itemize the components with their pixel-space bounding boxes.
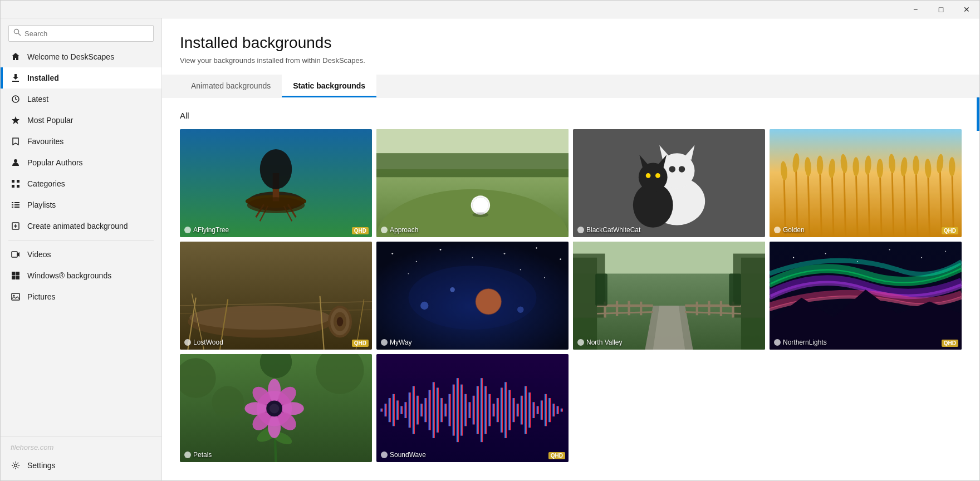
bg-card-approach[interactable]: Approach xyxy=(376,129,569,237)
sidebar-item-windows-bg[interactable]: Windows® backgrounds xyxy=(1,265,161,286)
bg-card-northernlights[interactable]: NorthernLights QHD xyxy=(770,242,962,350)
svg-rect-189 xyxy=(468,402,471,418)
svg-rect-197 xyxy=(501,388,503,433)
svg-rect-209 xyxy=(548,398,551,422)
svg-point-37 xyxy=(247,197,305,213)
title-bar: − □ ✕ xyxy=(1,1,979,18)
svg-rect-178 xyxy=(424,398,427,422)
svg-rect-203 xyxy=(525,386,527,434)
svg-rect-187 xyxy=(460,385,463,436)
svg-point-106 xyxy=(440,249,442,251)
bg-card-golden[interactable]: Golden QHD xyxy=(770,129,962,237)
sidebar-item-latest[interactable]: Latest xyxy=(1,89,161,110)
svg-rect-202 xyxy=(521,396,523,425)
person-icon xyxy=(11,158,21,168)
svg-point-108 xyxy=(504,253,506,254)
svg-rect-211 xyxy=(556,406,558,414)
svg-point-151 xyxy=(212,386,244,419)
bg-card-lostwood[interactable]: LostWood QHD xyxy=(180,242,372,350)
bg-label-icon xyxy=(184,227,191,233)
svg-rect-12 xyxy=(12,204,13,205)
star-icon xyxy=(11,115,21,125)
svg-rect-196 xyxy=(497,398,499,422)
svg-point-141 xyxy=(793,257,794,258)
bg-card-blackcatwhitecat[interactable]: BlackCatWhiteCat xyxy=(573,129,765,237)
bg-label-icon-petals xyxy=(184,451,191,458)
bg-label-petals: Petals xyxy=(184,451,212,459)
bg-card-soundwave[interactable]: SoundWave QHD xyxy=(376,354,569,462)
video-icon xyxy=(11,249,21,259)
filehorse-watermark: filehorse.com xyxy=(1,441,161,455)
svg-point-93 xyxy=(189,306,330,330)
bg-label-soundwave: SoundWave xyxy=(381,451,426,459)
qhd-badge-lostwood: QHD xyxy=(352,340,369,347)
svg-rect-193 xyxy=(484,386,487,434)
svg-point-143 xyxy=(857,261,858,262)
sidebar-item-videos[interactable]: Videos xyxy=(1,244,161,265)
svg-rect-198 xyxy=(504,382,507,438)
sidebar-item-settings[interactable]: Settings xyxy=(1,455,161,476)
qhd-badge-northernlights: QHD xyxy=(942,340,958,347)
svg-point-57 xyxy=(655,173,660,178)
minimize-button[interactable]: − xyxy=(903,1,928,18)
svg-rect-40 xyxy=(376,153,569,177)
bg-card-myway[interactable]: MyWay xyxy=(376,242,569,350)
image-icon xyxy=(11,292,21,302)
svg-rect-8 xyxy=(12,185,14,188)
svg-point-43 xyxy=(473,197,489,213)
bg-label-approach: Approach xyxy=(381,226,418,234)
main-layout: Welcome to DeskScapes Installed xyxy=(1,18,979,480)
svg-rect-188 xyxy=(464,394,467,426)
svg-rect-205 xyxy=(532,402,535,418)
sidebar-item-favourites[interactable]: Favourites xyxy=(1,131,161,152)
windows-icon xyxy=(11,271,21,281)
svg-rect-15 xyxy=(14,207,19,208)
maximize-button[interactable]: □ xyxy=(928,1,954,18)
sidebar-item-installed[interactable]: Installed xyxy=(1,67,161,89)
page-subtitle: View your backgrounds installed from wit… xyxy=(180,56,962,65)
sidebar-item-create[interactable]: Create animated background xyxy=(1,215,161,237)
content-header: Installed backgrounds View your backgrou… xyxy=(162,18,979,75)
svg-point-144 xyxy=(889,249,890,250)
sidebar-item-pictures[interactable]: Pictures xyxy=(1,286,161,307)
svg-rect-206 xyxy=(537,406,539,414)
tab-animated[interactable]: Animated backgrounds xyxy=(180,75,282,97)
bg-card-petals[interactable]: Petals xyxy=(180,354,372,462)
svg-rect-177 xyxy=(420,404,423,416)
svg-rect-169 xyxy=(389,398,391,422)
svg-rect-2 xyxy=(12,81,19,82)
svg-point-112 xyxy=(520,269,521,270)
svg-point-66 xyxy=(817,155,824,175)
svg-rect-19 xyxy=(12,252,17,257)
svg-point-76 xyxy=(877,159,884,178)
svg-rect-212 xyxy=(561,409,563,412)
tab-static[interactable]: Static backgrounds xyxy=(282,75,376,97)
sidebar-item-popular-authors[interactable]: Popular Authors xyxy=(1,152,161,173)
close-button[interactable]: ✕ xyxy=(954,1,979,18)
svg-rect-171 xyxy=(396,401,399,420)
bg-card-aflyingtree[interactable]: AFlyingTree QHD xyxy=(180,129,372,237)
svg-rect-204 xyxy=(528,392,531,428)
search-input[interactable] xyxy=(24,30,149,38)
bookmark-icon xyxy=(11,136,21,146)
search-bar[interactable] xyxy=(8,25,154,42)
sidebar-item-playlists[interactable]: Playlists xyxy=(1,194,161,215)
app-window: − □ ✕ xyxy=(0,0,980,481)
qhd-badge-golden: QHD xyxy=(942,227,958,234)
content-area: Installed backgrounds View your backgrou… xyxy=(162,18,979,480)
settings-icon xyxy=(11,460,21,470)
sidebar-item-most-popular[interactable]: Most Popular xyxy=(1,110,161,131)
sidebar-item-welcome[interactable]: Welcome to DeskScapes xyxy=(1,46,161,67)
sidebar-bottom: filehorse.com Settings xyxy=(1,436,161,480)
svg-rect-167 xyxy=(380,409,383,412)
bg-card-northvalley[interactable]: North Valley xyxy=(573,242,765,350)
bg-label-blackcatwhitecat: BlackCatWhiteCat xyxy=(577,226,640,234)
svg-rect-180 xyxy=(433,382,435,438)
bg-label-icon-approach xyxy=(381,227,388,233)
scroll-accent xyxy=(977,97,979,131)
svg-point-0 xyxy=(14,30,19,34)
svg-rect-168 xyxy=(384,404,386,416)
svg-rect-139 xyxy=(729,274,741,306)
svg-rect-173 xyxy=(404,402,406,418)
sidebar-item-categories[interactable]: Categories xyxy=(1,173,161,194)
